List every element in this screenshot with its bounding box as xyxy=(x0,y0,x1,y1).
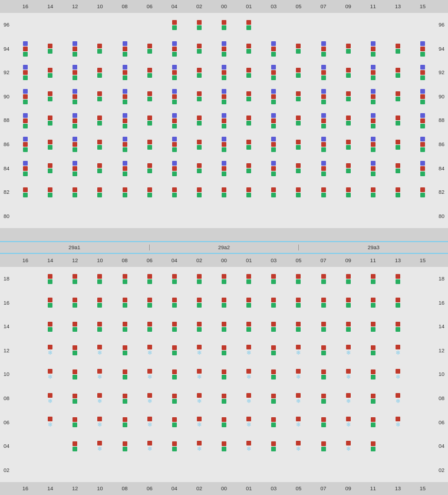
seat-red[interactable] xyxy=(48,298,52,302)
seat-green[interactable] xyxy=(420,171,425,176)
seat-red[interactable] xyxy=(73,298,77,302)
seat-green[interactable] xyxy=(222,75,226,80)
seat-red[interactable] xyxy=(246,187,251,192)
seat-green[interactable] xyxy=(371,147,375,152)
seat-blue[interactable] xyxy=(371,113,375,118)
seat-green[interactable] xyxy=(147,121,152,126)
seat-red[interactable] xyxy=(271,322,276,326)
seat-green[interactable] xyxy=(73,193,77,197)
seat-red[interactable] xyxy=(346,274,351,279)
seat-green[interactable] xyxy=(371,375,375,380)
seat-red[interactable] xyxy=(147,393,152,398)
seat-red[interactable] xyxy=(346,163,351,168)
seat-green[interactable] xyxy=(371,447,375,451)
seat-green[interactable] xyxy=(321,375,326,380)
seat-red[interactable] xyxy=(23,166,28,171)
seat-red[interactable] xyxy=(73,70,77,75)
seat-red[interactable] xyxy=(222,47,226,51)
seat-green[interactable] xyxy=(321,399,326,404)
seat-green[interactable] xyxy=(271,447,276,451)
seat-red[interactable] xyxy=(197,274,202,279)
seat-green[interactable] xyxy=(246,97,251,101)
seat-blue[interactable] xyxy=(23,65,28,70)
seat-red[interactable] xyxy=(147,345,152,349)
seat-red[interactable] xyxy=(321,187,326,192)
seat-green[interactable] xyxy=(48,49,52,54)
seat-red[interactable] xyxy=(222,417,226,422)
seat-green[interactable] xyxy=(197,279,202,284)
seat-red[interactable] xyxy=(222,94,226,99)
seat-red[interactable] xyxy=(346,322,351,326)
seat-red[interactable] xyxy=(346,140,351,144)
seat-green[interactable] xyxy=(222,303,226,308)
seat-red[interactable] xyxy=(321,322,326,326)
seat-red[interactable] xyxy=(172,187,177,192)
seat-green[interactable] xyxy=(371,171,375,176)
seat-red[interactable] xyxy=(271,274,276,279)
seat-red[interactable] xyxy=(147,274,152,279)
seat-red[interactable] xyxy=(271,70,276,75)
seat-green[interactable] xyxy=(346,169,351,173)
seat-red[interactable] xyxy=(271,417,276,422)
seat-blue[interactable] xyxy=(172,161,177,166)
seat-green[interactable] xyxy=(371,193,375,197)
seat-red[interactable] xyxy=(147,298,152,302)
seat-red[interactable] xyxy=(48,116,52,120)
seat-red[interactable] xyxy=(246,68,251,72)
seat-red[interactable] xyxy=(147,163,152,168)
seat-green[interactable] xyxy=(321,75,326,80)
seat-red[interactable] xyxy=(246,417,251,421)
seat-red[interactable] xyxy=(48,187,52,192)
seat-blue[interactable] xyxy=(321,161,326,166)
seat-blue[interactable] xyxy=(271,161,276,166)
seat-green[interactable] xyxy=(147,303,152,308)
seat-blue[interactable] xyxy=(123,41,127,46)
seat-red[interactable] xyxy=(147,140,152,144)
seat-green[interactable] xyxy=(172,25,177,30)
seat-green[interactable] xyxy=(23,193,28,197)
seat-red[interactable] xyxy=(123,274,127,279)
seat-green[interactable] xyxy=(420,124,425,128)
seat-green[interactable] xyxy=(123,75,127,80)
seat-green[interactable] xyxy=(271,399,276,404)
seat-red[interactable] xyxy=(396,163,400,168)
seat-green[interactable] xyxy=(396,73,400,78)
seat-green[interactable] xyxy=(73,423,77,427)
seat-green[interactable] xyxy=(222,279,226,284)
seat-green[interactable] xyxy=(271,351,276,355)
seat-red[interactable] xyxy=(147,417,152,421)
seat-green[interactable] xyxy=(246,279,251,284)
seat-red[interactable] xyxy=(97,441,102,446)
seat-green[interactable] xyxy=(123,399,127,404)
seat-green[interactable] xyxy=(73,351,77,355)
seat-red[interactable] xyxy=(147,116,152,120)
seat-red[interactable] xyxy=(97,140,102,144)
seat-blue[interactable] xyxy=(222,41,226,46)
seat-blue[interactable] xyxy=(271,137,276,141)
seat-blue[interactable] xyxy=(73,89,77,94)
seat-green[interactable] xyxy=(172,193,177,197)
seat-blue[interactable] xyxy=(73,137,77,141)
seat-red[interactable] xyxy=(371,166,375,171)
seat-red[interactable] xyxy=(246,441,251,446)
seat-green[interactable] xyxy=(73,399,77,404)
seat-red[interactable] xyxy=(197,441,202,446)
seat-red[interactable] xyxy=(147,322,152,326)
seat-red[interactable] xyxy=(271,187,276,192)
seat-red[interactable] xyxy=(271,166,276,171)
seat-red[interactable] xyxy=(197,345,202,349)
seat-red[interactable] xyxy=(371,142,375,147)
seat-red[interactable] xyxy=(97,345,102,349)
seat-green[interactable] xyxy=(420,75,425,80)
seat-red[interactable] xyxy=(346,116,351,120)
seat-red[interactable] xyxy=(420,118,425,123)
seat-blue[interactable] xyxy=(371,137,375,141)
seat-green[interactable] xyxy=(73,52,77,57)
seat-green[interactable] xyxy=(147,49,152,54)
seat-red[interactable] xyxy=(123,441,127,446)
seat-red[interactable] xyxy=(346,91,351,96)
seat-red[interactable] xyxy=(123,369,127,374)
seat-red[interactable] xyxy=(346,441,351,446)
seat-red[interactable] xyxy=(222,322,226,326)
seat-green[interactable] xyxy=(123,327,127,332)
